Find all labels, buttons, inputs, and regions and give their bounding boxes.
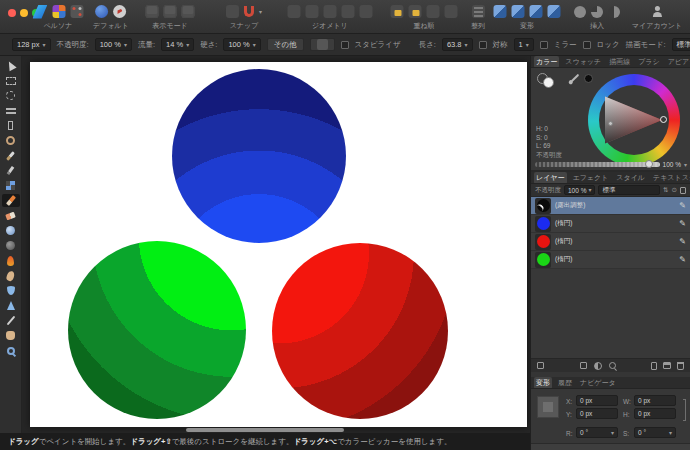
layer-row-adjustment[interactable]: (露出調整) ✎ — [531, 197, 690, 215]
stabilizer-checkbox[interactable] — [341, 41, 349, 49]
row-marquee-tool[interactable] — [2, 104, 20, 117]
liquify-persona-icon[interactable] — [71, 5, 84, 18]
edit-all-layers-icon[interactable] — [537, 362, 544, 369]
picked-color-swatch[interactable] — [584, 74, 593, 83]
tab-stroke[interactable]: 描画線 — [607, 56, 632, 68]
hardness-field[interactable]: 100 %▾ — [223, 38, 260, 51]
tab-swatches[interactable]: スウォッチ — [563, 56, 603, 68]
dodge-brush-tool[interactable] — [2, 224, 20, 237]
tab-styles[interactable]: スタイル — [614, 172, 647, 184]
sharpen-brush-tool[interactable] — [2, 299, 20, 312]
layer-edit-icon[interactable]: ✎ — [679, 255, 686, 264]
shade-selector-icon[interactable] — [608, 121, 613, 126]
canvas-circle-green[interactable] — [68, 241, 246, 419]
rotate-ccw-icon[interactable] — [530, 5, 543, 18]
canvas-area[interactable] — [22, 56, 530, 433]
defaults-revert-icon[interactable] — [113, 5, 126, 18]
layers-lock-icon[interactable] — [680, 187, 686, 194]
r-field[interactable]: 0 °▾ — [576, 427, 618, 438]
defaults-sync-icon[interactable] — [95, 5, 108, 18]
geometry-intersect-icon[interactable] — [324, 5, 337, 18]
tab-color[interactable]: カラー — [534, 56, 559, 68]
hue-selector-icon[interactable] — [660, 116, 667, 123]
link-dimensions-icon[interactable] — [683, 399, 686, 421]
move-to-front-icon[interactable] — [391, 5, 404, 18]
opacity-slider[interactable] — [535, 162, 660, 167]
zoom-tool[interactable] — [2, 344, 20, 357]
layer-edit-icon[interactable]: ✎ — [679, 219, 686, 228]
mirror-checkbox[interactable] — [540, 41, 548, 49]
tab-brushes[interactable]: ブラシ — [636, 56, 662, 68]
tab-appearance[interactable]: アピアランス — [666, 56, 690, 68]
opacity-slider-knob[interactable] — [645, 160, 653, 168]
flip-vertical-icon[interactable] — [512, 5, 525, 18]
brush-size-field[interactable]: 128 px▾ — [12, 38, 51, 51]
rotate-cw-icon[interactable] — [548, 5, 561, 18]
view-mode-pixel-icon[interactable] — [164, 5, 177, 18]
layer-edit-icon[interactable]: ✎ — [679, 201, 686, 210]
mixer-brush-tool[interactable] — [2, 179, 20, 192]
pixel-persona-icon[interactable] — [53, 5, 66, 18]
pixel-tool[interactable] — [2, 164, 20, 177]
layers-blend-mode-select[interactable]: 標準 — [598, 185, 660, 195]
color-picker-tool[interactable] — [2, 314, 20, 327]
rectangular-marquee-tool[interactable] — [2, 74, 20, 87]
symmetry-checkbox[interactable] — [479, 41, 487, 49]
canvas-circle-red[interactable] — [272, 243, 448, 419]
adjustment-icon[interactable] — [594, 362, 602, 370]
h-field[interactable]: 0 px — [634, 408, 676, 419]
length-field[interactable]: 63.8▾ — [442, 38, 473, 51]
snap-magnet-icon[interactable] — [244, 6, 254, 17]
flood-fill-tool[interactable] — [2, 254, 20, 267]
layers-opacity-field[interactable]: 100 %▾ — [564, 185, 595, 195]
pan-tool[interactable] — [2, 329, 20, 342]
column-marquee-tool[interactable] — [2, 119, 20, 132]
new-layer-icon[interactable] — [651, 362, 657, 370]
geometry-subtract-icon[interactable] — [306, 5, 319, 18]
color-triangle[interactable] — [605, 95, 662, 145]
tab-history[interactable]: 履歴 — [556, 377, 574, 389]
view-mode-retina-icon[interactable] — [182, 5, 195, 18]
snap-dropdown-caret-icon[interactable]: ▾ — [259, 9, 262, 15]
elliptical-marquee-tool[interactable] — [2, 89, 20, 102]
move-backward-icon[interactable] — [427, 5, 440, 18]
move-to-back-icon[interactable] — [445, 5, 458, 18]
insert-inside-icon[interactable] — [591, 6, 603, 18]
layer-row-ellipse-red[interactable]: (楕円) ✎ — [531, 233, 690, 251]
blend-mode-select[interactable]: 標準⇅ — [672, 38, 690, 51]
insert-on-top-icon[interactable] — [608, 6, 620, 18]
brush-editor-button[interactable] — [310, 38, 335, 51]
tab-text-styles[interactable]: テキストスタイル — [651, 172, 690, 184]
w-field[interactable]: 0 px — [634, 395, 676, 406]
y-field[interactable]: 0 px — [576, 408, 618, 419]
smudge-brush-tool[interactable] — [2, 269, 20, 282]
new-group-icon[interactable] — [663, 362, 671, 369]
move-forward-icon[interactable] — [409, 5, 422, 18]
x-field[interactable]: 0 px — [576, 395, 618, 406]
blend-stepper-icon[interactable]: ⇅ — [663, 186, 668, 194]
crop-tool[interactable] — [2, 149, 20, 162]
flip-horizontal-icon[interactable] — [494, 5, 507, 18]
window-minimize-button[interactable] — [20, 9, 28, 17]
tab-navigator[interactable]: ナビゲータ — [578, 377, 618, 389]
anchor-point-selector[interactable] — [537, 396, 559, 418]
tab-effects[interactable]: エフェクト — [571, 172, 611, 184]
snap-options-icon[interactable] — [226, 5, 239, 18]
live-filter-icon[interactable] — [609, 362, 616, 369]
window-close-button[interactable] — [8, 9, 16, 17]
layer-edit-icon[interactable]: ✎ — [679, 237, 686, 246]
insert-behind-icon[interactable] — [574, 6, 586, 18]
canvas-circle-blue[interactable] — [172, 69, 346, 243]
document-page[interactable] — [30, 62, 527, 427]
selection-brush-tool[interactable] — [2, 134, 20, 147]
eyedropper-icon[interactable] — [571, 74, 579, 82]
symmetry-count-field[interactable]: 1▾ — [514, 38, 534, 51]
geometry-add-icon[interactable] — [288, 5, 301, 18]
layer-row-ellipse-green[interactable]: (楕円) ✎ — [531, 251, 690, 269]
layer-row-ellipse-blue[interactable]: (楕円) ✎ — [531, 215, 690, 233]
erase-brush-tool[interactable] — [2, 209, 20, 222]
geometry-divide-icon[interactable] — [360, 5, 373, 18]
s-field[interactable]: 0 °▾ — [634, 427, 676, 438]
opacity-stepper-icon[interactable]: ▾ — [684, 161, 687, 168]
lock-checkbox[interactable] — [583, 41, 591, 49]
